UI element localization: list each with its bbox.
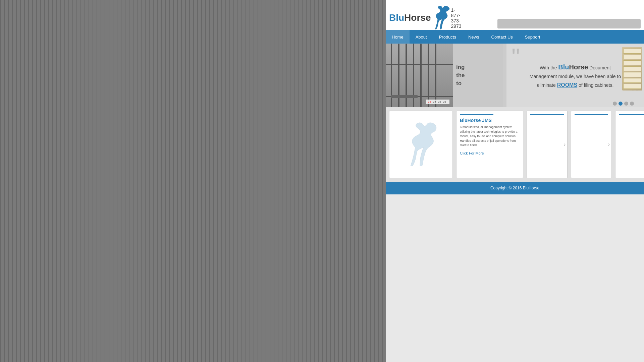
footer: Copyright © 2016 BluHorse — [386, 182, 644, 194]
card-divider-2 — [530, 114, 564, 115]
calendar-overlay: 26 242526 — [426, 100, 449, 104]
product-card-3: › — [571, 111, 612, 178]
nav-news[interactable]: News — [462, 30, 485, 44]
logo-area: BluHorse 1-877-373-2973 — [386, 3, 453, 30]
filing-cabinet-icon — [622, 47, 642, 90]
slide-dot-1[interactable] — [613, 102, 617, 106]
nav-contact[interactable]: Contact Us — [485, 30, 519, 44]
card-content-4 — [619, 118, 644, 178]
jms-description: A modularized jail management system uti… — [460, 125, 520, 148]
jms-product-card: BluHorse JMS A modularized jail manageme… — [456, 111, 523, 178]
horse-logo-icon — [431, 5, 451, 30]
navigation: Home About Products News Contact Us Supp… — [386, 30, 644, 44]
products-section: BluHorse JMS A modularized jail manageme… — [386, 107, 644, 182]
slide-dot-3[interactable] — [624, 102, 628, 106]
search-bar[interactable] — [497, 19, 641, 28]
quote-text: With the BluHorse Document Management mo… — [527, 61, 624, 90]
hero-slide-title: ing the to — [456, 63, 465, 87]
slide-indicators — [613, 102, 634, 106]
card-content-3 — [575, 118, 608, 178]
slide-dot-2[interactable] — [619, 102, 623, 106]
slide-dot-4[interactable] — [630, 102, 634, 106]
horse-watermark-icon — [401, 121, 441, 168]
nav-support[interactable]: Support — [519, 30, 546, 44]
header: BluHorse 1-877-373-2973 — [386, 0, 644, 30]
nav-about[interactable]: About — [410, 30, 433, 44]
quote-mark-left: " — [512, 45, 520, 69]
copyright-text: Copyright © 2016 BluHorse — [490, 186, 539, 190]
logo-product-card — [389, 111, 453, 178]
jms-title: BluHorse JMS — [460, 118, 520, 123]
card-arrow-right-2[interactable]: › — [564, 141, 566, 147]
nav-products[interactable]: Products — [433, 30, 462, 44]
nav-home[interactable]: Home — [386, 30, 410, 44]
card-divider-4 — [619, 114, 644, 115]
card-divider-3 — [575, 114, 608, 115]
hero-quote-panel: " With the BluHorse Document Management … — [506, 44, 644, 107]
hero-text-panel: ing the to — [453, 44, 503, 107]
hero-area: 26 242526 ing the to " With the BluHorse… — [386, 44, 644, 107]
card-divider — [460, 114, 493, 115]
card-content-2 — [530, 118, 564, 178]
product-card-4: › — [615, 111, 644, 178]
logo[interactable]: BluHorse 1-877-373-2973 — [389, 5, 449, 30]
product-card-2: › — [527, 111, 568, 178]
logo-text: BluHorse — [389, 12, 431, 23]
header-right — [453, 19, 644, 30]
jms-click-more-link[interactable]: Click For More — [460, 151, 520, 155]
card-arrow-right-3[interactable]: › — [608, 141, 610, 147]
hero-image: 26 242526 — [386, 44, 453, 107]
